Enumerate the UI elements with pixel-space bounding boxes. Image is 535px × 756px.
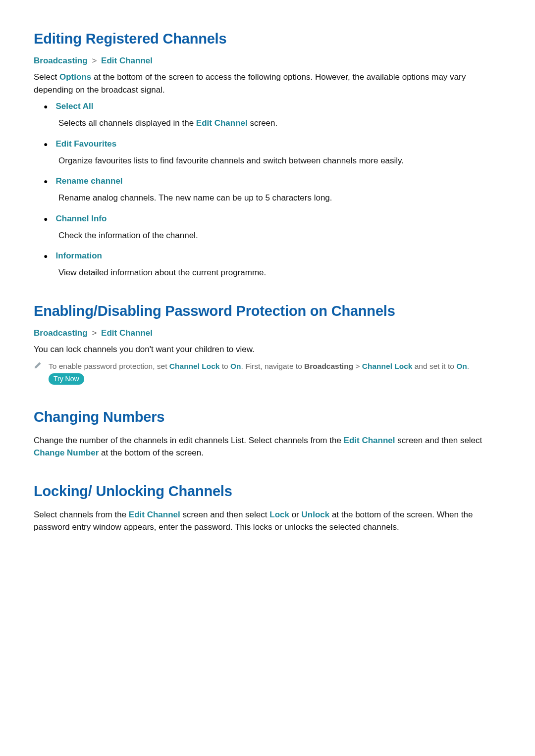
chevron-right-icon: >: [90, 56, 99, 65]
bullet-icon: ●: [44, 213, 48, 224]
note: To enable password protection, set Chann…: [34, 360, 501, 385]
list-item: ● Information View detailed information …: [44, 251, 501, 279]
heading: Enabling/Disabling Password Protection o…: [34, 303, 501, 319]
breadcrumb-item: Broadcasting: [34, 328, 88, 338]
keyword-options: Options: [59, 72, 91, 82]
pencil-icon: [34, 361, 42, 371]
option-title: Rename channel: [55, 176, 122, 186]
bullet-icon: ●: [44, 139, 48, 150]
option-description: Organize favourites lists to find favour…: [44, 154, 501, 167]
list-item: ● Channel Info Check the information of …: [44, 213, 501, 242]
section-password-protection: Enabling/Disabling Password Protection o…: [34, 303, 501, 385]
bullet-icon: ●: [44, 251, 48, 261]
option-description: View detailed information about the curr…: [44, 266, 501, 279]
option-title: Edit Favourites: [55, 139, 116, 149]
chevron-right-icon: >: [90, 328, 99, 338]
intro-text: Select Options at the bottom of the scre…: [34, 71, 501, 96]
option-description: Check the information of the channel.: [44, 229, 501, 242]
option-description: Rename analog channels. The new name can…: [44, 192, 501, 204]
section-editing-registered-channels: Editing Registered Channels Broadcasting…: [34, 31, 501, 279]
heading: Changing Numbers: [34, 409, 501, 425]
breadcrumb-item: Edit Channel: [101, 56, 153, 65]
breadcrumb: Broadcasting > Edit Channel: [34, 56, 501, 66]
bullet-icon: ●: [44, 101, 48, 112]
option-title: Information: [55, 251, 102, 261]
list-item: ● Rename channel Rename analog channels.…: [44, 176, 501, 204]
breadcrumb: Broadcasting > Edit Channel: [34, 328, 501, 338]
note-text: To enable password protection, set Chann…: [49, 360, 501, 385]
list-item: ● Edit Favourites Organize favourites li…: [44, 139, 501, 167]
breadcrumb-item: Broadcasting: [34, 56, 88, 65]
section-locking-unlocking: Locking/ Unlocking Channels Select chann…: [34, 483, 501, 534]
options-list: ● Select All Selects all channels displa…: [34, 101, 501, 279]
option-title: Channel Info: [55, 214, 107, 224]
body-text: Change the number of the channels in edi…: [34, 434, 501, 459]
bullet-icon: ●: [44, 176, 48, 187]
section-changing-numbers: Changing Numbers Change the number of th…: [34, 409, 501, 459]
breadcrumb-item: Edit Channel: [101, 328, 153, 338]
option-description: Selects all channels displayed in the Ed…: [44, 117, 501, 130]
body-text: Select channels from the Edit Channel sc…: [34, 508, 501, 534]
option-title: Select All: [55, 101, 93, 111]
heading: Locking/ Unlocking Channels: [34, 483, 501, 500]
heading: Editing Registered Channels: [34, 31, 501, 47]
try-now-button[interactable]: Try Now: [49, 373, 84, 385]
list-item: ● Select All Selects all channels displa…: [44, 101, 501, 130]
intro-text: You can lock channels you don't want you…: [34, 343, 501, 356]
